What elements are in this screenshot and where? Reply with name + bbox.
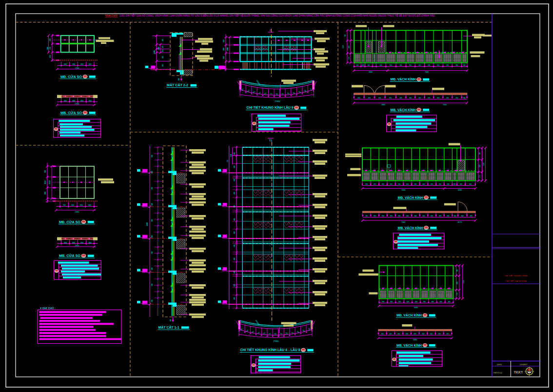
svg-text:600: 600	[365, 183, 368, 185]
svg-text:600: 600	[423, 301, 426, 303]
svg-text:+0.0: +0.0	[455, 169, 457, 170]
svg-text:600: 600	[448, 301, 450, 303]
svg-text:550: 550	[280, 333, 282, 334]
svg-text:+0.0: +0.0	[440, 287, 442, 288]
svg-text:2120: 2120	[463, 280, 465, 283]
svg-text:450: 450	[162, 45, 164, 48]
svg-text:100: 100	[178, 78, 180, 81]
svg-text:5400: 5400	[414, 307, 418, 309]
svg-text:450: 450	[49, 47, 51, 50]
svg-text:570: 570	[479, 175, 481, 177]
svg-text:1700: 1700	[75, 103, 79, 105]
svg-text:2120: 2120	[483, 162, 485, 166]
svg-text:+0.0: +0.0	[415, 169, 417, 170]
svg-text:600: 600	[432, 301, 434, 303]
svg-text:+0.0: +0.0	[390, 169, 393, 170]
svg-text:TKKT: TKKT	[514, 370, 523, 374]
svg-text:600: 600	[151, 267, 153, 270]
svg-text:CHI TIẾT KHUNG KÍNH: CHI TIẾT KHUNG KÍNH	[505, 274, 528, 277]
svg-text:600: 600	[380, 64, 382, 66]
svg-text:01/08/07: 01/08/07	[520, 363, 528, 366]
svg-text:600: 600	[234, 257, 236, 260]
svg-text:600: 600	[422, 215, 425, 217]
svg-text:600: 600	[234, 244, 236, 247]
svg-text:500: 500	[223, 48, 225, 51]
svg-text:600: 600	[407, 301, 409, 303]
svg-text:+0.0: +0.0	[422, 169, 425, 170]
svg-text:600: 600	[415, 183, 417, 185]
svg-text:MB. VÁCH KÍNH: MB. VÁCH KÍNH	[398, 226, 423, 230]
svg-text:600: 600	[381, 333, 384, 335]
svg-text:450: 450	[162, 64, 164, 66]
svg-text:MẮT CẮT 2-2: MẮT CẮT 2-2	[167, 83, 188, 87]
svg-text:600: 600	[89, 242, 92, 244]
svg-text:+0.0: +0.0	[447, 169, 449, 170]
svg-text:450: 450	[89, 63, 92, 65]
svg-text:*GHI CHÚ:: *GHI CHÚ:	[105, 14, 118, 17]
svg-text:600: 600	[415, 215, 417, 217]
svg-text:600: 600	[367, 64, 370, 66]
svg-text:+0.0: +0.0	[398, 51, 401, 52]
svg-text:2650: 2650	[49, 180, 51, 184]
svg-text:450: 450	[162, 56, 164, 58]
svg-text:400: 400	[64, 63, 67, 65]
svg-text:600: 600	[446, 97, 449, 99]
svg-text:600: 600	[151, 171, 153, 173]
svg-text:600: 600	[358, 97, 360, 99]
svg-text:600: 600	[446, 333, 449, 335]
svg-text:600: 600	[428, 64, 430, 66]
svg-text:570: 570	[456, 293, 458, 295]
svg-text:700: 700	[344, 34, 346, 37]
svg-text:+0.0: +0.0	[390, 287, 393, 288]
svg-text:600: 600	[234, 271, 236, 273]
svg-text:600: 600	[446, 64, 449, 66]
svg-text:450: 450	[162, 49, 164, 52]
svg-text:1500: 1500	[230, 154, 232, 157]
svg-text:7400: 7400	[401, 189, 405, 191]
svg-text:+0.0: +0.0	[416, 51, 419, 52]
svg-text:600: 600	[447, 215, 449, 217]
svg-text:600: 600	[72, 242, 75, 244]
svg-text:2: 2	[270, 29, 271, 32]
svg-text:600: 600	[234, 218, 236, 220]
svg-text:600: 600	[454, 215, 456, 217]
svg-text:600: 600	[390, 215, 393, 217]
svg-text:+0.0: +0.0	[448, 287, 451, 288]
svg-text:+0.0: +0.0	[462, 51, 464, 52]
svg-text:600: 600	[418, 64, 421, 66]
svg-text:600: 600	[398, 301, 401, 303]
svg-text:7000: 7000	[443, 104, 447, 106]
svg-text:+0.0: +0.0	[382, 287, 385, 288]
svg-text:3400: 3400	[146, 222, 148, 226]
svg-text:+0.0: +0.0	[374, 169, 376, 170]
svg-text:600: 600	[437, 64, 439, 66]
svg-text:800: 800	[44, 192, 46, 195]
svg-text:CHI TIẾT KHUNG KÍNH LẦU 4→LẦU: CHI TIẾT KHUNG KÍNH LẦU 4→LẦU 8	[240, 347, 300, 352]
svg-text:T1: T1	[269, 139, 272, 142]
svg-text:2660: 2660	[369, 71, 373, 73]
svg-text:450: 450	[80, 100, 83, 102]
svg-text:550: 550	[281, 93, 284, 95]
svg-text:600: 600	[438, 333, 441, 335]
svg-text:6000: 6000	[458, 189, 462, 191]
svg-text:600: 600	[469, 183, 472, 185]
svg-text:MĐ. VÁCH KÍNH: MĐ. VÁCH KÍNH	[391, 77, 416, 81]
svg-text:5400: 5400	[413, 339, 417, 341]
svg-text:600: 600	[234, 284, 236, 286]
svg-text:600: 600	[409, 97, 412, 99]
svg-text:400: 400	[72, 100, 75, 102]
svg-text:600: 600	[382, 215, 384, 217]
svg-text:600: 600	[374, 183, 376, 185]
svg-text:100: 100	[170, 319, 172, 321]
svg-text:600: 600	[406, 183, 409, 185]
svg-text:700: 700	[456, 269, 458, 272]
svg-text:600: 600	[454, 183, 456, 185]
svg-text:600: 600	[227, 159, 229, 162]
svg-text:600: 600	[430, 333, 433, 335]
svg-text:2660: 2660	[381, 104, 385, 106]
svg-text:600: 600	[422, 183, 425, 185]
svg-text:600: 600	[398, 183, 400, 185]
svg-text:600: 600	[234, 178, 236, 181]
svg-text:600: 600	[71, 204, 74, 206]
svg-text:600: 600	[365, 215, 368, 217]
